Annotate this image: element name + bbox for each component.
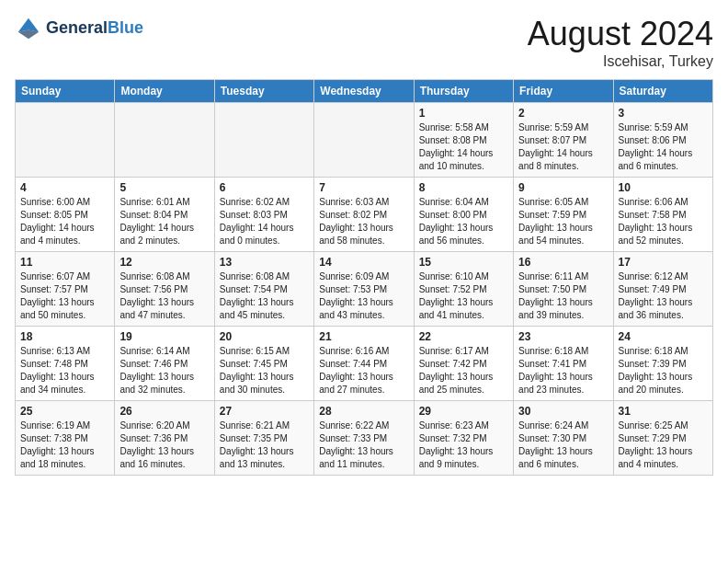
day-number: 18 [20, 330, 109, 343]
calendar-cell: 4Sunrise: 6:00 AMSunset: 8:05 PMDaylight… [16, 178, 115, 252]
day-content: Sunrise: 6:24 AMSunset: 7:30 PMDaylight:… [518, 419, 608, 471]
day-number: 7 [319, 181, 408, 194]
calendar-cell: 22Sunrise: 6:17 AMSunset: 7:42 PMDayligh… [414, 327, 513, 401]
calendar-cell: 21Sunrise: 6:16 AMSunset: 7:44 PMDayligh… [314, 327, 414, 401]
day-content: Sunrise: 6:04 AMSunset: 8:00 PMDaylight:… [419, 196, 508, 247]
day-number: 24 [619, 330, 708, 343]
day-content: Sunrise: 6:05 AMSunset: 7:59 PMDaylight:… [518, 196, 608, 247]
calendar-cell: 27Sunrise: 6:21 AMSunset: 7:35 PMDayligh… [214, 401, 313, 476]
page-header: GeneralBlue August 2024 Iscehisar, Turke… [15, 15, 713, 70]
day-number: 15 [419, 256, 508, 269]
header-sunday: Sunday [16, 80, 115, 103]
calendar-cell: 25Sunrise: 6:19 AMSunset: 7:38 PMDayligh… [16, 401, 115, 476]
calendar-cell: 17Sunrise: 6:12 AMSunset: 7:49 PMDayligh… [613, 252, 712, 327]
header-tuesday: Tuesday [214, 80, 313, 103]
calendar-cell: 5Sunrise: 6:01 AMSunset: 8:04 PMDaylight… [115, 178, 214, 252]
day-content: Sunrise: 6:19 AMSunset: 7:38 PMDaylight:… [20, 419, 109, 471]
day-number: 26 [119, 405, 209, 418]
day-number: 12 [119, 256, 209, 269]
day-number: 30 [518, 405, 608, 418]
header-thursday: Thursday [414, 80, 513, 103]
day-content: Sunrise: 6:08 AMSunset: 7:54 PMDaylight:… [220, 270, 309, 322]
day-number: 5 [119, 181, 209, 194]
day-number: 10 [619, 181, 708, 194]
day-number: 1 [419, 107, 508, 120]
day-number: 20 [220, 330, 309, 343]
month-title: August 2024 [528, 15, 713, 53]
calendar-week-row: 11Sunrise: 6:07 AMSunset: 7:57 PMDayligh… [16, 252, 713, 327]
day-content: Sunrise: 6:17 AMSunset: 7:42 PMDaylight:… [419, 345, 508, 396]
day-content: Sunrise: 6:25 AMSunset: 7:29 PMDaylight:… [619, 419, 708, 471]
calendar-week-row: 18Sunrise: 6:13 AMSunset: 7:48 PMDayligh… [16, 327, 713, 401]
header-wednesday: Wednesday [314, 80, 414, 103]
day-number: 19 [119, 330, 209, 343]
day-content: Sunrise: 6:16 AMSunset: 7:44 PMDaylight:… [319, 345, 408, 396]
day-content: Sunrise: 6:13 AMSunset: 7:48 PMDaylight:… [20, 345, 109, 396]
day-number: 23 [518, 330, 608, 343]
calendar-cell: 10Sunrise: 6:06 AMSunset: 7:58 PMDayligh… [613, 178, 712, 252]
day-content: Sunrise: 6:09 AMSunset: 7:53 PMDaylight:… [319, 270, 408, 322]
calendar-cell: 30Sunrise: 6:24 AMSunset: 7:30 PMDayligh… [514, 401, 613, 476]
calendar-cell [214, 103, 313, 178]
day-number: 22 [419, 330, 508, 343]
calendar-cell: 16Sunrise: 6:11 AMSunset: 7:50 PMDayligh… [514, 252, 613, 327]
day-content: Sunrise: 5:59 AMSunset: 8:07 PMDaylight:… [518, 121, 608, 173]
day-content: Sunrise: 6:14 AMSunset: 7:46 PMDaylight:… [119, 345, 209, 396]
logo: GeneralBlue [15, 15, 143, 42]
calendar-cell [16, 103, 115, 178]
day-content: Sunrise: 6:08 AMSunset: 7:56 PMDaylight:… [119, 270, 209, 322]
day-number: 4 [20, 181, 109, 194]
day-content: Sunrise: 6:23 AMSunset: 7:32 PMDaylight:… [419, 419, 508, 471]
day-content: Sunrise: 5:59 AMSunset: 8:06 PMDaylight:… [619, 121, 708, 173]
calendar-cell: 24Sunrise: 6:18 AMSunset: 7:39 PMDayligh… [613, 327, 712, 401]
header-monday: Monday [115, 80, 214, 103]
day-content: Sunrise: 6:06 AMSunset: 7:58 PMDaylight:… [619, 196, 708, 247]
title-block: August 2024 Iscehisar, Turkey [528, 15, 713, 70]
header-saturday: Saturday [613, 80, 712, 103]
day-number: 6 [220, 181, 309, 194]
calendar-cell: 1Sunrise: 5:58 AMSunset: 8:08 PMDaylight… [414, 103, 513, 178]
calendar-cell: 19Sunrise: 6:14 AMSunset: 7:46 PMDayligh… [115, 327, 214, 401]
calendar-cell: 6Sunrise: 6:02 AMSunset: 8:03 PMDaylight… [214, 178, 313, 252]
calendar-week-row: 25Sunrise: 6:19 AMSunset: 7:38 PMDayligh… [16, 401, 713, 476]
day-content: Sunrise: 6:07 AMSunset: 7:57 PMDaylight:… [20, 270, 109, 322]
day-content: Sunrise: 5:58 AMSunset: 8:08 PMDaylight:… [419, 121, 508, 173]
calendar-cell: 18Sunrise: 6:13 AMSunset: 7:48 PMDayligh… [16, 327, 115, 401]
calendar-cell: 9Sunrise: 6:05 AMSunset: 7:59 PMDaylight… [514, 178, 613, 252]
day-content: Sunrise: 6:02 AMSunset: 8:03 PMDaylight:… [220, 196, 309, 247]
day-content: Sunrise: 6:11 AMSunset: 7:50 PMDaylight:… [518, 270, 608, 322]
calendar-table: SundayMondayTuesdayWednesdayThursdayFrid… [15, 79, 713, 476]
day-content: Sunrise: 6:20 AMSunset: 7:36 PMDaylight:… [119, 419, 209, 471]
day-content: Sunrise: 6:22 AMSunset: 7:33 PMDaylight:… [319, 419, 408, 471]
day-content: Sunrise: 6:12 AMSunset: 7:49 PMDaylight:… [619, 270, 708, 322]
header-friday: Friday [514, 80, 613, 103]
calendar-cell: 11Sunrise: 6:07 AMSunset: 7:57 PMDayligh… [16, 252, 115, 327]
day-number: 29 [419, 405, 508, 418]
day-number: 2 [518, 107, 608, 120]
day-number: 14 [319, 256, 408, 269]
day-number: 17 [619, 256, 708, 269]
day-number: 28 [319, 405, 408, 418]
day-content: Sunrise: 6:10 AMSunset: 7:52 PMDaylight:… [419, 270, 508, 322]
calendar-week-row: 1Sunrise: 5:58 AMSunset: 8:08 PMDaylight… [16, 103, 713, 178]
day-content: Sunrise: 6:21 AMSunset: 7:35 PMDaylight:… [220, 419, 309, 471]
day-number: 13 [220, 256, 309, 269]
calendar-cell [115, 103, 214, 178]
day-content: Sunrise: 6:18 AMSunset: 7:39 PMDaylight:… [619, 345, 708, 396]
day-content: Sunrise: 6:15 AMSunset: 7:45 PMDaylight:… [220, 345, 309, 396]
day-number: 8 [419, 181, 508, 194]
day-number: 3 [619, 107, 708, 120]
day-content: Sunrise: 6:01 AMSunset: 8:04 PMDaylight:… [119, 196, 209, 247]
day-content: Sunrise: 6:03 AMSunset: 8:02 PMDaylight:… [319, 196, 408, 247]
day-number: 31 [619, 405, 708, 418]
calendar-cell: 2Sunrise: 5:59 AMSunset: 8:07 PMDaylight… [514, 103, 613, 178]
day-number: 25 [20, 405, 109, 418]
calendar-cell: 28Sunrise: 6:22 AMSunset: 7:33 PMDayligh… [314, 401, 414, 476]
calendar-cell: 8Sunrise: 6:04 AMSunset: 8:00 PMDaylight… [414, 178, 513, 252]
calendar-cell [314, 103, 414, 178]
calendar-cell: 3Sunrise: 5:59 AMSunset: 8:06 PMDaylight… [613, 103, 712, 178]
calendar-header-row: SundayMondayTuesdayWednesdayThursdayFrid… [16, 80, 713, 103]
calendar-cell: 20Sunrise: 6:15 AMSunset: 7:45 PMDayligh… [214, 327, 313, 401]
logo-icon [15, 15, 42, 42]
logo-text: GeneralBlue [46, 19, 143, 38]
